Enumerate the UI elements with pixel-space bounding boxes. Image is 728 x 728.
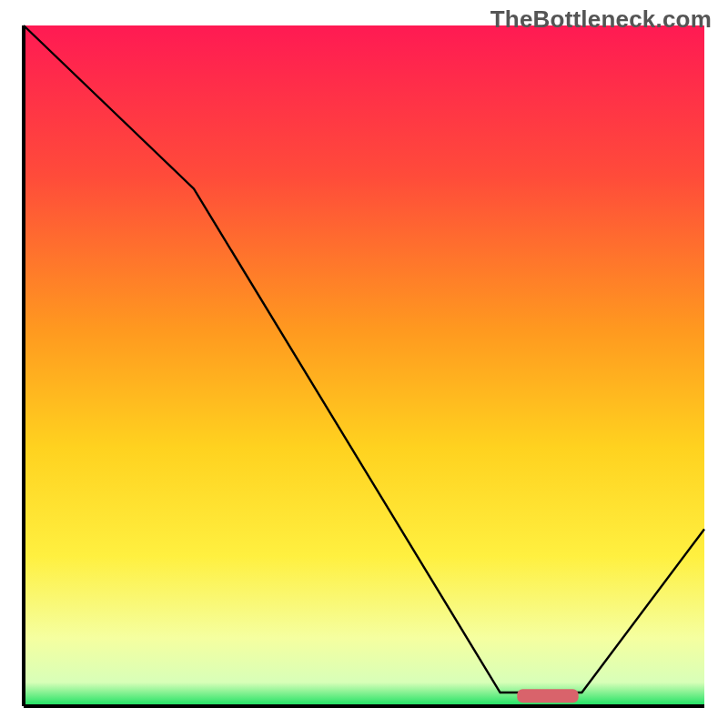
chart-svg	[0, 0, 728, 728]
bottleneck-chart: TheBottleneck.com	[0, 0, 728, 728]
watermark-text: TheBottleneck.com	[490, 5, 712, 34]
plot-background	[24, 25, 704, 706]
optimum-marker	[517, 689, 578, 703]
